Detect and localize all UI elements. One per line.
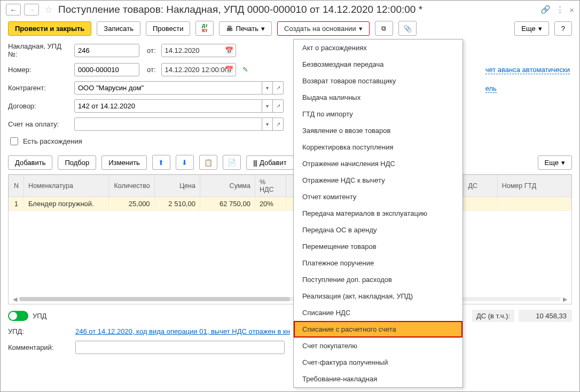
- number-label: Номер:: [8, 66, 71, 74]
- dropdown-item[interactable]: Передача ОС в аренду: [294, 222, 463, 238]
- calendar-icon-2[interactable]: 📅: [225, 66, 233, 74]
- attach-button[interactable]: 📎: [398, 21, 417, 36]
- dropdown-item[interactable]: Возврат товаров поставщику: [294, 73, 463, 89]
- favorite-icon[interactable]: ☆: [44, 4, 53, 15]
- col-gtd[interactable]: Номер ГТД: [497, 175, 571, 197]
- more-button[interactable]: Еще ▾: [514, 21, 548, 36]
- dtkt-button[interactable]: ДтКт: [195, 21, 214, 36]
- horizontal-scrollbar[interactable]: ◀ ▶: [11, 295, 569, 303]
- create-on-basis-button[interactable]: Создать на основании ▾: [277, 21, 370, 36]
- add-row-button[interactable]: Добавить: [8, 155, 52, 170]
- calendar-icon[interactable]: 📅: [225, 46, 233, 54]
- scroll-right-icon[interactable]: ▶: [561, 296, 569, 303]
- post-button[interactable]: Провести: [146, 21, 191, 36]
- dropdown-item[interactable]: Счет-фактура полученный: [294, 354, 463, 371]
- table-toolbar: Добавить Подбор Изменить ⬆ ⬇ 📋 📄 ||| Доб…: [1, 153, 579, 172]
- dropdown-item[interactable]: Передача материалов в эксплуатацию: [294, 205, 463, 222]
- items-table: N Номенклатура Количество Цена Сумма % Н…: [9, 175, 571, 211]
- discrepancies-checkbox[interactable]: [10, 137, 18, 145]
- edit-icon[interactable]: ✎: [242, 66, 248, 74]
- structure-button[interactable]: ⧉: [375, 21, 393, 36]
- table-row[interactable]: 1Блендер погружной.25,0002 510,0062 750,…: [9, 197, 571, 211]
- comment-input[interactable]: [75, 341, 285, 354]
- number-input[interactable]: [74, 63, 139, 76]
- col-nomenclature[interactable]: Номенклатура: [23, 175, 108, 197]
- counterparty-input[interactable]: [74, 81, 262, 95]
- contract-label: Договор:: [8, 102, 71, 110]
- post-and-close-button[interactable]: Провести и закрыть: [8, 21, 91, 36]
- dropdown-item[interactable]: Отражение начисления НДС: [294, 155, 463, 172]
- counterparty-dropdown-icon[interactable]: ▾: [262, 81, 273, 95]
- help-button[interactable]: ?: [554, 21, 572, 36]
- payacct-input[interactable]: [74, 117, 262, 131]
- col-price[interactable]: Цена: [154, 175, 200, 197]
- dropdown-item[interactable]: Отчет комитенту: [294, 189, 463, 205]
- back-button[interactable]: ←: [6, 4, 21, 15]
- contract-dropdown-icon[interactable]: ▾: [262, 99, 273, 113]
- invoice-date-input[interactable]: 14.12.2020📅: [161, 44, 236, 57]
- dropdown-item[interactable]: Платежное поручение: [294, 255, 463, 271]
- copy-button[interactable]: 📋: [199, 155, 217, 170]
- payacct-open-icon[interactable]: ↗: [273, 117, 284, 131]
- create-based-dropdown: Акт о расхожденияхБезвозмездная передача…: [293, 39, 463, 388]
- scroll-left-icon[interactable]: ◀: [11, 296, 19, 303]
- upd-link[interactable]: 246 от 14.12.2020, код вида операции 01,…: [75, 327, 290, 335]
- invoice-no-label: Накладная, УПД №:: [8, 42, 71, 58]
- advance-link[interactable]: чет аванса автоматически: [485, 66, 570, 74]
- side-links: чет аванса автоматически ель: [485, 66, 570, 92]
- table-more-button[interactable]: Еще ▾: [538, 155, 572, 170]
- dropdown-item[interactable]: Безвозмездная передача: [294, 56, 463, 73]
- counterparty-open-icon[interactable]: ↗: [273, 81, 284, 95]
- dropdown-item[interactable]: Корректировка поступления: [294, 139, 463, 155]
- add-by-barcode-button[interactable]: ||| Добавит: [246, 155, 294, 170]
- dropdown-item[interactable]: Счет покупателю: [294, 338, 463, 354]
- dropdown-item[interactable]: Заявление о ввозе товаров: [294, 122, 463, 139]
- from-label-1: от:: [147, 46, 156, 54]
- print-button[interactable]: 🖶 Печать ▾: [219, 21, 272, 36]
- pick-button[interactable]: Подбор: [58, 155, 96, 170]
- upd-toggle-label: УПД: [33, 312, 46, 320]
- change-button[interactable]: Изменить: [101, 155, 147, 170]
- dropdown-item[interactable]: Выдача наличных: [294, 89, 463, 106]
- move-up-button[interactable]: ⬆: [152, 155, 170, 170]
- col-sum[interactable]: Сумма: [200, 175, 255, 197]
- footer: УПД ДС (в т.ч.): 10 458,33 УПД: 246 от 1…: [1, 304, 579, 365]
- create-based-label: Создать на основании: [284, 25, 356, 33]
- dropdown-item[interactable]: Перемещение товаров: [294, 238, 463, 255]
- form-area: Накладная, УПД №: от: 14.12.2020📅 Номер:…: [1, 41, 579, 153]
- upd-toggle[interactable]: [8, 311, 28, 321]
- dropdown-item[interactable]: Списание НДС: [294, 304, 463, 321]
- app-window: ← → ☆ Поступление товаров: Накладная, УП…: [0, 0, 580, 392]
- other-link[interactable]: ель: [485, 84, 497, 93]
- payacct-label: Счет на оплату:: [8, 120, 71, 128]
- items-table-wrap: N Номенклатура Количество Цена Сумма % Н…: [8, 174, 572, 304]
- dropdown-item[interactable]: Списание с расчетного счета: [294, 321, 463, 338]
- number-date-input[interactable]: 14.12.2020 12:00:00📅: [161, 63, 236, 76]
- dropdown-item[interactable]: ГТД по импорту: [294, 106, 463, 122]
- link-icon[interactable]: 🔗: [540, 5, 551, 14]
- forward-button[interactable]: →: [24, 4, 39, 15]
- dropdown-item[interactable]: Отражение НДС к вычету: [294, 172, 463, 189]
- paste-button[interactable]: 📄: [223, 155, 241, 170]
- more-label: Еще: [521, 25, 535, 33]
- dropdown-item[interactable]: Поступление доп. расходов: [294, 271, 463, 288]
- dropdown-item[interactable]: Акт о расхождениях: [294, 40, 463, 56]
- write-button[interactable]: Записать: [97, 21, 140, 36]
- invoice-no-input[interactable]: [74, 44, 139, 57]
- nds-value: 10 458,33: [519, 310, 572, 322]
- dropdown-item[interactable]: Требование-накладная: [294, 371, 463, 387]
- contract-open-icon[interactable]: ↗: [273, 99, 284, 113]
- close-icon[interactable]: ×: [569, 5, 574, 14]
- col-vat-rate[interactable]: % НДС: [255, 175, 286, 197]
- move-down-button[interactable]: ⬇: [176, 155, 194, 170]
- col-quantity[interactable]: Количество: [108, 175, 154, 197]
- dropdown-item[interactable]: Реализация (акт, накладная, УПД): [294, 288, 463, 304]
- menu-icon[interactable]: ⋮: [556, 5, 564, 14]
- payacct-dropdown-icon[interactable]: ▾: [262, 117, 273, 131]
- contract-input[interactable]: [74, 99, 262, 113]
- col-n[interactable]: N: [9, 175, 24, 197]
- counterparty-label: Контрагент:: [8, 84, 71, 92]
- col-vat[interactable]: ДС: [464, 175, 497, 197]
- from-label-2: от:: [147, 66, 156, 74]
- titlebar: ← → ☆ Поступление товаров: Накладная, УП…: [1, 1, 579, 19]
